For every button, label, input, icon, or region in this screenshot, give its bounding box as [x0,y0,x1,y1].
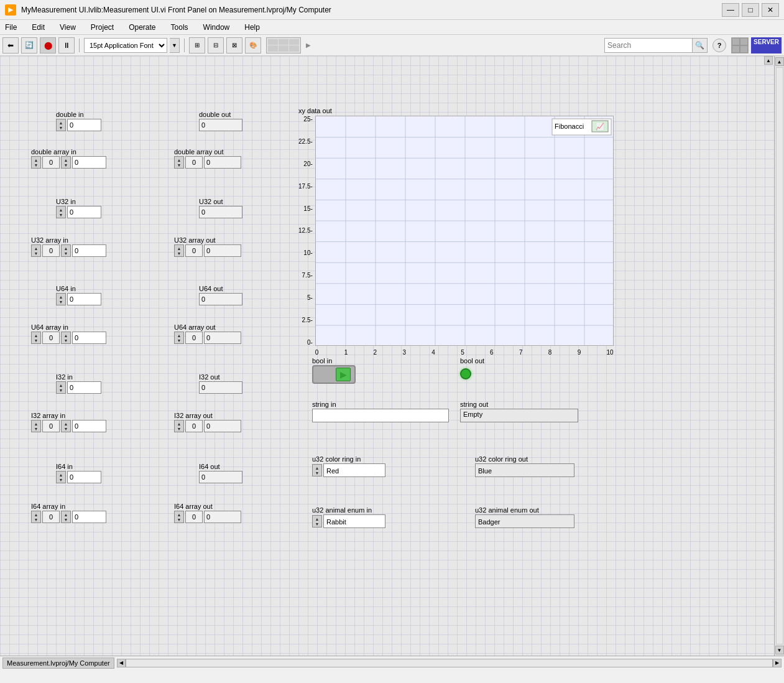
double-array-in-index: 0 [42,156,60,169]
scroll-up-button[interactable]: ▲ [775,57,784,66]
y-label-2: 2.5- [302,317,313,323]
i32-array-in-value[interactable]: 0 [72,420,106,432]
i32-array-out-value: 0 [204,420,241,432]
scroll-top-arrow[interactable]: ▲ [764,56,774,65]
bool-in-button[interactable]: ▶ [312,365,356,384]
search-icon[interactable]: 🔍 [692,39,707,52]
i64-out-label: I64 out [199,463,242,470]
u64-array-in-value[interactable]: 0 [72,332,106,344]
u32-array-out-index: 0 [185,244,203,257]
string-out-label: string out [460,401,578,408]
y-label-17: 17.5- [298,183,313,190]
i32-in-increment[interactable]: ▲▼ [56,381,66,394]
stop-button[interactable]: ⬤ [40,37,56,53]
close-button[interactable]: ✕ [762,3,779,17]
scroll-track [776,67,783,644]
u32-in-increment[interactable]: ▲▼ [56,206,66,218]
u32-in-value[interactable]: 0 [67,206,101,218]
help-button[interactable]: ? [713,39,726,52]
sync-button[interactable]: 🔄 [21,37,37,53]
align-button[interactable]: ⊞ [189,37,205,53]
u64-in-increment[interactable]: ▲▼ [56,293,66,305]
menu-help[interactable]: Help [242,22,262,33]
menu-view[interactable]: View [57,22,78,33]
i64-array-in-value[interactable]: 0 [72,511,106,523]
i32-in-control: I32 in ▲▼ 0 [56,373,101,394]
scroll-right-button[interactable]: ▶ [773,659,782,667]
string-in-input[interactable] [312,409,449,422]
grid-pattern-button[interactable] [266,37,301,53]
double-array-in-inc[interactable]: ▲▼ [31,156,41,169]
i64-in-value[interactable]: 0 [67,471,101,483]
scroll-horizontal-track[interactable] [126,659,773,667]
animal-enum-in-inc[interactable]: ▲▼ [312,515,322,527]
i64-array-in-inc[interactable]: ▲▼ [31,511,41,523]
i64-in-increment[interactable]: ▲▼ [56,471,66,483]
animal-enum-out-label: u32 animal enum out [475,506,574,514]
u64-array-out-control: U64 array out ▲▼ 0 0 [174,323,241,344]
animal-enum-in-value[interactable]: Rabbit [323,514,385,528]
u64-in-value[interactable]: 0 [67,293,101,305]
search-input[interactable] [605,39,692,52]
u32-array-in-inc[interactable]: ▲▼ [31,244,41,257]
i32-array-in-inc[interactable]: ▲▼ [31,420,41,432]
u32-array-in-value[interactable]: 0 [72,244,106,257]
i64-array-out-inc[interactable]: ▲▼ [174,511,184,523]
pause-button[interactable]: ⏸ [58,37,75,53]
font-selector[interactable]: 15pt Application Font [84,38,167,53]
u64-array-in-inc[interactable]: ▲▼ [31,332,41,344]
u32-array-in-inc2[interactable]: ▲▼ [61,244,71,257]
u32-out-value: 0 [199,206,242,218]
color-ring-in-inc[interactable]: ▲▼ [312,464,322,476]
font-selector-arrow[interactable]: ▼ [170,38,180,53]
search-box: 🔍 [604,38,708,53]
bool-in-indicator: ▶ [336,368,351,381]
menu-operate[interactable]: Operate [126,22,158,33]
server-grid-area: SERVER [731,37,782,53]
i64-array-out-array: ▲▼ 0 0 [174,511,241,523]
u64-array-in-inc2[interactable]: ▲▼ [61,332,71,344]
double-in-increment[interactable]: ▲▼ [56,119,66,131]
right-scrollbar[interactable]: ▲ ▼ [774,56,784,656]
menu-edit[interactable]: Edit [29,22,47,33]
graph-svg: Fibonacci 📈 [315,116,614,346]
double-array-in-array: ▲▼ 0 ▲▼ 0 [31,156,106,169]
double-array-out-inc[interactable]: ▲▼ [174,156,184,169]
scroll-down-button[interactable]: ▼ [775,646,784,654]
color-button[interactable]: 🎨 [245,37,261,53]
color-ring-in-label: u32 color ring in [312,455,385,463]
i64-array-in-inc2[interactable]: ▲▼ [61,511,71,523]
double-in-value[interactable]: 0 [67,119,101,131]
menu-file[interactable]: File [2,22,19,33]
double-in-control: double in ▲▼ 0 [56,111,101,131]
menu-project[interactable]: Project [88,22,116,33]
back-button[interactable]: ⬅ [2,37,19,53]
i32-array-out-inc[interactable]: ▲▼ [174,420,184,432]
menu-window[interactable]: Window [201,22,233,33]
panel-canvas[interactable]: ▲ double in ▲▼ 0 double out 0 [0,56,774,656]
u32-array-out-inc[interactable]: ▲▼ [174,244,184,257]
i64-array-in-index: 0 [42,511,60,523]
scroll-left-button[interactable]: ◀ [117,659,126,667]
menu-tools[interactable]: Tools [168,22,191,33]
maximize-button[interactable]: □ [742,3,759,17]
double-out-value: 0 [199,119,242,131]
i32-array-in-inc2[interactable]: ▲▼ [61,420,71,432]
double-array-in-value[interactable]: 0 [72,156,106,169]
bool-in-label: bool in [312,357,356,365]
minimize-button[interactable]: — [722,3,739,17]
resize-button[interactable]: ⊠ [226,37,242,53]
double-array-in-inc2[interactable]: ▲▼ [61,156,71,169]
string-out-value: Empty [460,409,578,422]
color-ring-in-value[interactable]: Red [323,463,385,477]
u64-out-label: U64 out [199,285,242,292]
i32-array-in-control: I32 array in ▲▼ 0 ▲▼ 0 [31,412,106,432]
main-area: ▲ double in ▲▼ 0 double out 0 [0,56,784,669]
view-toggle-button[interactable] [731,37,749,53]
u32-out-numeric: 0 [199,206,242,218]
i32-array-out-control: I32 array out ▲▼ 0 0 [174,412,241,432]
animal-enum-in-label: u32 animal enum in [312,506,385,514]
distribute-button[interactable]: ⊟ [208,37,224,53]
u64-array-out-inc[interactable]: ▲▼ [174,332,184,344]
i32-in-value[interactable]: 0 [67,381,101,394]
